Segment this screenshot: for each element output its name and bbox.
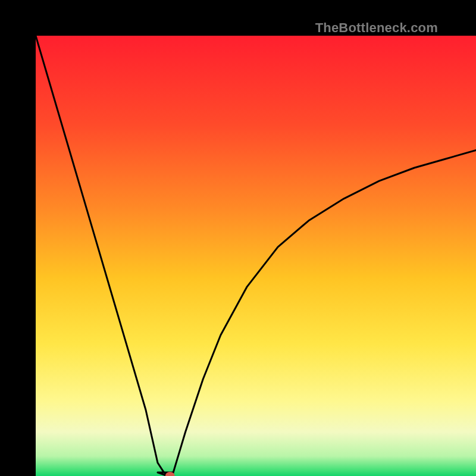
plot-area [36,36,476,476]
gradient-background [36,36,476,476]
chart-frame: TheBottleneck.com [0,0,476,476]
watermark-text: TheBottleneck.com [315,20,438,36]
chart-svg [36,36,476,476]
